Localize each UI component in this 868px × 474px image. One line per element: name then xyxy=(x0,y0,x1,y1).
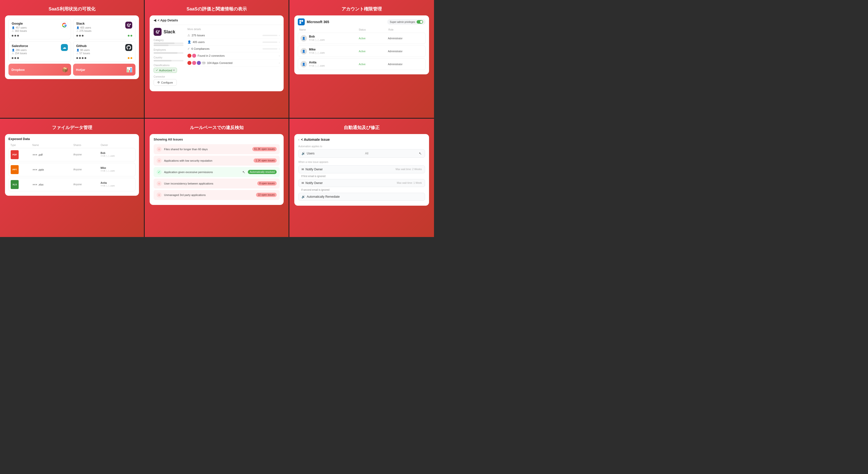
apps-connected-dots: +99 xyxy=(187,61,206,65)
col-name: Name xyxy=(299,28,359,31)
stat-row-connectors[interactable]: Found in 2 connectors › xyxy=(187,52,280,59)
dropdown-chevron-icon: ▾ xyxy=(173,69,175,72)
notify-2-label: ✉ Notify Owner xyxy=(302,181,323,185)
app-tile-salesforce[interactable]: Salesforce 👤 286 users ⚠ 154 Issues xyxy=(8,41,71,62)
panel5-title: ルールベースでの違反検知 xyxy=(190,125,244,130)
panel-account-mgmt: アカウント権限管理 Microsoft 365 Super admin priv… xyxy=(289,0,434,119)
user-table-header: Name Status Role xyxy=(298,28,426,31)
back-label: < App Details xyxy=(158,19,178,22)
mike-email: ××＠△△.com xyxy=(309,51,324,55)
panel-file-data: ファイルデータ管理 Exposed Data Type Name Shares … xyxy=(0,119,145,237)
action-row-notify-2[interactable]: ✉ Notify Owner Max wait time: 1 Week xyxy=(298,179,425,187)
file-row-pptx[interactable]: PPT ××× .pptx Anyone Mike ××＠△△.com xyxy=(8,163,135,176)
github-icon xyxy=(125,44,132,51)
ms365-icon xyxy=(298,19,305,25)
svg-rect-0 xyxy=(300,20,301,22)
app-stat-slack-issues: ⚠ 275 Issues xyxy=(76,30,91,32)
issue-row-4[interactable]: ○ User inconsistency between application… xyxy=(154,179,280,188)
configure-button[interactable]: ⚙ Configure xyxy=(154,79,177,86)
connector-dots xyxy=(187,54,196,58)
automate-back-icon[interactable]: ‹ xyxy=(298,138,300,142)
anita-details: Anita ××＠△△.com xyxy=(309,61,324,68)
country-bar xyxy=(154,60,183,61)
issue-row-3[interactable]: ✓ Application given excessive permission… xyxy=(154,167,280,177)
pdf-owner-email: ××＠△△.com xyxy=(101,154,133,158)
file-row-pdf[interactable]: PDF ××× .pdf Anyone Bob ××＠△△.com xyxy=(8,148,135,161)
classification-section: Classifications ✓ Authorized ▾ xyxy=(154,64,183,73)
stat-apps-connected-text: 104 Apps Connected xyxy=(207,61,232,64)
app-details-back[interactable]: ◀ < App Details xyxy=(150,16,284,25)
ms365-header: Microsoft 365 Super admin privileges xyxy=(298,19,426,25)
file-col-owner: Owner xyxy=(101,144,133,146)
classification-row: ✓ Authorized ▾ xyxy=(154,68,183,73)
stat-row-compliance[interactable]: ✓ 6 Compliances › xyxy=(187,46,280,52)
when-label: When a new issue appears xyxy=(298,161,425,164)
notify-2-text: Notify Owner xyxy=(306,181,323,185)
action-row-remediate[interactable]: 🔊 Automatically Remediate xyxy=(298,193,425,201)
check-icon: ✓ xyxy=(156,69,158,72)
remediate-icon: 🔊 xyxy=(302,195,305,199)
stat-row-apps-connected[interactable]: +99 104 Apps Connected › xyxy=(187,59,280,67)
xlsx-owner-name: Anita xyxy=(101,181,133,184)
stat-row-users[interactable]: 👤 405 users › xyxy=(187,39,280,46)
mike-avatar: 👤 xyxy=(301,48,307,55)
automate-card: ‹ < Automate Issue Automation applies to… xyxy=(294,134,429,206)
users-speaker-icon: 🔊 xyxy=(302,152,305,155)
app-tile-hotjar[interactable]: Hotjar 📊 xyxy=(73,64,136,76)
stat-row-issues[interactable]: ⚠ 275 Issues › xyxy=(187,32,280,39)
pptx-owner-name: Mike xyxy=(101,167,133,169)
col-status: Status xyxy=(359,28,389,31)
app-tile-google[interactable]: Google 👤 457 users ⚠ 302 Issues xyxy=(8,19,71,39)
remediate-text: Automatically Remediate xyxy=(307,195,340,199)
file-data-card: Exposed Data Type Name Shares Owner PDF … xyxy=(5,134,139,196)
apps-connected-chevron-icon: › xyxy=(279,62,280,64)
col-role: Role xyxy=(389,28,424,31)
slack-detail-name: Slack xyxy=(163,29,175,35)
account-mgmt-card: Microsoft 365 Super admin privileges Nam… xyxy=(294,16,429,75)
remediate-label: 🔊 Automatically Remediate xyxy=(302,195,340,199)
issue-5-text: Unmanaged 3rd party applications xyxy=(164,194,253,197)
users-label-text: Users xyxy=(307,152,314,155)
bob-name: Bob xyxy=(309,35,324,38)
xlsx-owner-email: ××＠△△.com xyxy=(101,184,133,187)
file-row-xlsx[interactable]: XLS ××× .xlsx Anyone Anita ××＠△△.com xyxy=(8,178,135,191)
app-details-left-col: Slack Catagory Employees Country xyxy=(154,28,183,88)
issue-row-2[interactable]: ○ Applications with low security reputat… xyxy=(154,156,280,166)
classifications-label: Classifications xyxy=(154,64,183,67)
users-bar xyxy=(262,41,277,43)
back-chevron-icon: ◀ xyxy=(154,19,156,22)
dropbox-icon: 📦 xyxy=(62,67,68,72)
user-mike-info: 👤 Mike ××＠△△.com xyxy=(301,48,359,55)
configure-label: Configure xyxy=(161,81,173,84)
applies-to-label: Automation applies to xyxy=(298,145,425,148)
pdf-icon: PDF xyxy=(11,150,19,159)
pdf-name: ××× .pdf xyxy=(33,153,73,156)
user-bob-info: 👤 Bob ××＠△△.com xyxy=(301,35,359,42)
issue-row-5[interactable]: ○ Unmanaged 3rd party applications 22 op… xyxy=(154,190,280,200)
app-tile-dropbox[interactable]: Dropbox 📦 xyxy=(8,64,71,76)
super-admin-toggle[interactable] xyxy=(416,20,423,24)
user-row-anita[interactable]: 👤 Anita ××＠△△.com Active Administrator xyxy=(298,58,426,70)
bullet-2: If second email is ignored xyxy=(298,188,425,191)
file-col-type: Type xyxy=(10,144,32,146)
pptx-name: ××× .pptx xyxy=(33,168,73,171)
mike-details: Mike ××＠△△.com xyxy=(309,48,324,55)
issue-5-error-icon: ○ xyxy=(157,192,161,198)
automate-users-row: 🔊 Users All ↖ xyxy=(298,149,425,158)
issue-row-1[interactable]: ○ Files shared for longer than 60 days 6… xyxy=(154,144,280,154)
super-admin-badge: Super admin privileges xyxy=(387,19,426,25)
panel1-title: SaaS利用状況の可視化 xyxy=(49,6,95,12)
user-row-mike[interactable]: 👤 Mike ××＠△△.com Active Administrator xyxy=(298,46,426,57)
category-bar xyxy=(154,42,183,44)
ms365-name: Microsoft 365 xyxy=(307,20,329,24)
file-col-shares: Shares xyxy=(73,144,101,146)
user-row-bob[interactable]: 👤 Bob ××＠△△.com Active Administrator xyxy=(298,33,426,44)
issue-1-error-icon: ○ xyxy=(157,147,161,152)
authorized-badge[interactable]: ✓ Authorized ▾ xyxy=(154,68,177,73)
app-tile-slack[interactable]: Slack 👤 405 users ⚠ 275 Issues xyxy=(73,19,136,39)
cursor-position-icon: ↖ xyxy=(419,151,422,155)
action-row-notify-1[interactable]: ✉ Notify Owner Max wait time: 2 Weeks xyxy=(298,166,425,173)
stat-connectors-text: Found in 2 connectors xyxy=(197,54,225,57)
app-tile-github[interactable]: Github 👤 98 users ⚠ 57 Issues xyxy=(73,41,136,62)
hotjar-name: Hotjar xyxy=(76,68,86,71)
